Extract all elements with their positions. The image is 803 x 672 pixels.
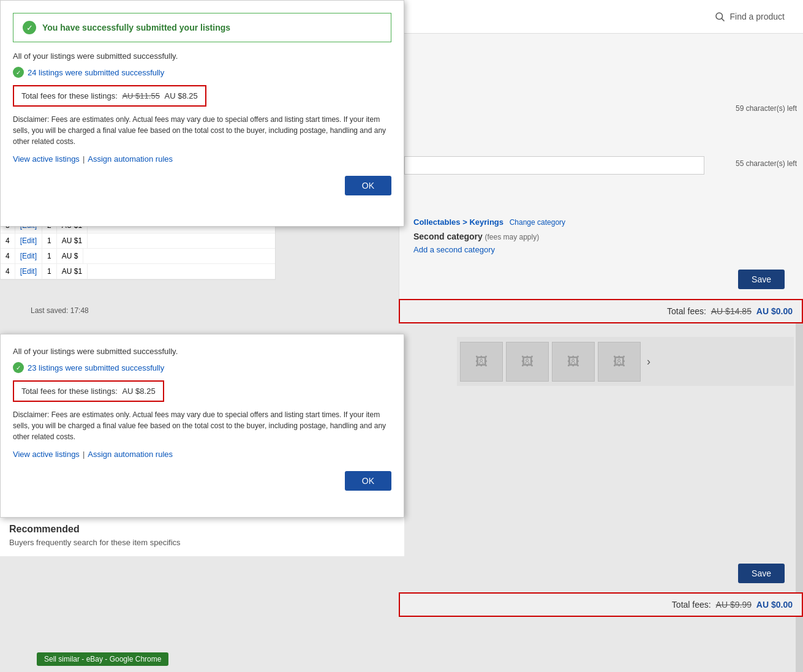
listings-count-2: ✓ 23 listings were submitted successfull… [13, 362, 391, 373]
qty: 1 [42, 249, 57, 263]
footer-fee-original-2: AU $9.99 [716, 600, 752, 610]
success-dialog-2: All of your listings were submitted succ… [0, 334, 404, 518]
listings-table: 3 [Edit] 2 AU $1 4 [Edit] 1 AU $1 4 [Edi… [0, 217, 276, 280]
footer-fee-original-1: AU $14.85 [711, 306, 752, 316]
submitted-all-text-1: All of your listings were submitted succ… [13, 51, 391, 61]
category-link[interactable]: Collectables > Keyrings [413, 217, 503, 227]
char-left-2: 55 character(s) left [736, 159, 797, 168]
search-icon [714, 11, 725, 22]
footer-fee-discounted-1: AU $0.00 [756, 306, 793, 316]
qty: 1 [42, 233, 57, 248]
footer-fee-label-1: Total fees: [667, 306, 706, 316]
submitted-all-text-2: All of your listings were submitted succ… [13, 347, 391, 356]
row-id: 4 [1, 249, 15, 263]
success-dialog-1: ✓ You have successfully submitted your l… [0, 0, 404, 227]
footer-fee-label-2: Total fees: [672, 600, 711, 610]
view-active-listings-link-2[interactable]: View active listings [13, 450, 80, 459]
footer-fee-discounted-2: AU $0.00 [756, 600, 793, 610]
change-category-link[interactable]: Change category [510, 218, 565, 227]
assign-automation-rules-link-1[interactable]: Assign automation rules [88, 154, 173, 164]
ok-button-area-1: OK [13, 176, 391, 195]
price: AU $1 [57, 264, 88, 279]
footer-fee-bar-1: Total fees: AU $14.85 AU $0.00 [399, 299, 803, 323]
save-button-area-1: Save [738, 270, 785, 289]
save-button-1[interactable]: Save [738, 270, 785, 289]
fees-box-1: Total fees for these listings: AU $11.55… [13, 85, 206, 107]
ok-button-area-2: OK [13, 471, 391, 491]
view-active-listings-link-1[interactable]: View active listings [13, 154, 80, 164]
qty: 1 [42, 264, 57, 279]
text-input-field[interactable] [404, 156, 704, 175]
table-row: 4 [Edit] 1 AU $1 [1, 264, 275, 279]
edit-link[interactable]: [Edit] [15, 264, 42, 279]
table-row: 4 [Edit] 1 AU $1 [1, 233, 275, 249]
second-category-fees: (fees may apply) [484, 233, 539, 241]
fees-discounted-1: AU $8.25 [165, 91, 198, 100]
count-text-2: 23 listings were submitted successfully [28, 363, 164, 372]
listings-count-1: ✓ 24 listings were submitted successfull… [13, 67, 391, 78]
image-placeholder-icon: 🖼 [613, 355, 625, 369]
svg-line-1 [722, 18, 724, 21]
fees-box-2: Total fees for these listings: AU $8.25 [13, 380, 164, 402]
edit-link[interactable]: [Edit] [15, 233, 42, 248]
char-left-1: 59 character(s) left [736, 104, 797, 113]
fees-label-2: Total fees for these listings: [21, 387, 118, 396]
category-area: Collectables > Keyrings Change category … [404, 211, 803, 260]
search-area: Find a product [714, 11, 785, 22]
thumbnails-area: 🖼 🖼 🖼 🖼 › [457, 337, 794, 386]
dialog-links-1: View active listings | Assign automation… [13, 154, 391, 164]
success-banner-text-1: You have successfully submitted your lis… [42, 23, 230, 32]
second-category-label: Second category [413, 232, 483, 241]
footer-fee-bar-2: Total fees: AU $9.99 AU $0.00 [399, 592, 803, 617]
row-id: 4 [1, 264, 15, 279]
last-saved: Last saved: 17:48 [31, 306, 89, 315]
count-text-1: 24 listings were submitted successfully [28, 68, 164, 77]
fees-original-1: AU $11.55 [122, 91, 159, 100]
save-button-2[interactable]: Save [738, 564, 785, 583]
table-row: 4 [Edit] 1 AU $ [1, 249, 275, 264]
count-check-icon-1: ✓ [13, 67, 24, 78]
edit-link[interactable]: [Edit] [15, 249, 42, 263]
fees-label-1: Total fees for these listings: [21, 91, 118, 100]
recommended-title: Recommended [9, 524, 395, 535]
price: AU $1 [57, 233, 88, 248]
recommended-subtitle: Buyers frequently search for these item … [9, 538, 395, 547]
fees-amount-2: AU $8.25 [122, 387, 155, 396]
image-placeholder-icon: 🖼 [567, 355, 579, 369]
search-label[interactable]: Find a product [730, 12, 785, 21]
thumbnail-3[interactable]: 🖼 [552, 342, 595, 382]
success-check-icon-1: ✓ [23, 21, 36, 34]
add-second-category-link[interactable]: Add a second category [413, 245, 799, 254]
disclaimer-text-1: Disclaimer: Fees are estimates only. Act… [13, 114, 391, 147]
assign-automation-rules-link-2[interactable]: Assign automation rules [88, 450, 173, 459]
save-button-area-2: Save [738, 564, 785, 583]
disclaimer-text-2: Disclaimer: Fees are estimates only. Act… [13, 409, 391, 442]
image-placeholder-icon: 🖼 [475, 355, 488, 369]
success-banner-1: ✓ You have successfully submitted your l… [13, 13, 391, 42]
dialog-links-2: View active listings | Assign automation… [13, 450, 391, 459]
image-placeholder-icon: 🖼 [521, 355, 533, 369]
ok-button-1[interactable]: OK [345, 176, 391, 195]
thumbnails-next-icon[interactable]: › [647, 355, 650, 368]
ok-button-2[interactable]: OK [345, 471, 391, 491]
top-bar: Find a product [399, 0, 803, 34]
price: AU $ [57, 249, 84, 263]
svg-point-0 [716, 13, 723, 20]
recommended-section: Recommended Buyers frequently search for… [0, 515, 404, 556]
row-id: 4 [1, 233, 15, 248]
thumbnail-1[interactable]: 🖼 [460, 342, 503, 382]
thumbnail-2[interactable]: 🖼 [506, 342, 549, 382]
taskbar-label[interactable]: Sell similar - eBay - Google Chrome [37, 652, 168, 666]
thumbnail-4[interactable]: 🖼 [598, 342, 641, 382]
count-check-icon-2: ✓ [13, 362, 24, 373]
